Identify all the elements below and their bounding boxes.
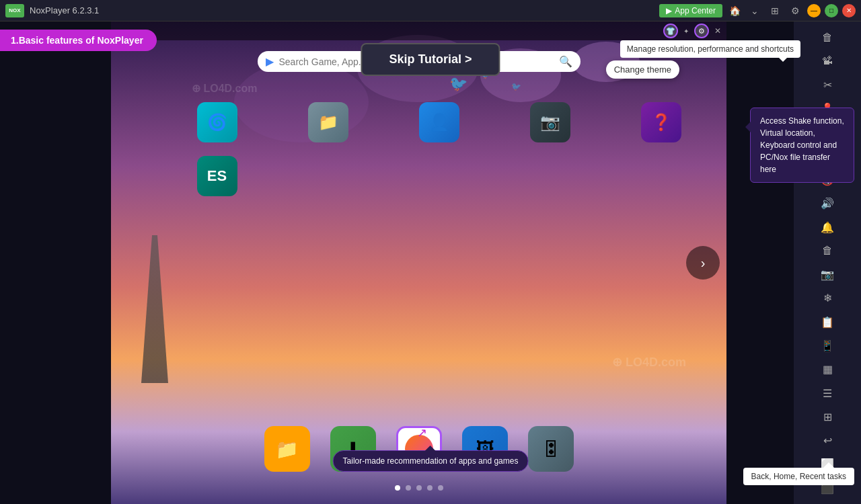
right-sidebar: 🗑 📽 ✂ 📍 📹 ⤡ 🔇 🔊 🔔 🗑 📷 ❄ 📋 📱 ▦ ☰ ⊞ ↩ ⬜ ⬛ xyxy=(794,22,861,504)
settings-btn[interactable]: ⚙ xyxy=(787,3,803,19)
multi-window-btn[interactable]: ⊞ xyxy=(767,3,783,19)
filemanager-icon: 📁 xyxy=(308,102,348,142)
dot-icon: ✦ xyxy=(683,28,689,35)
sidebar-grid-btn[interactable]: ⊞ xyxy=(815,407,839,427)
skip-tutorial-button[interactable]: Skip Tutorial > xyxy=(361,43,500,76)
close-small-icon: ✕ xyxy=(714,26,721,36)
app-center-button[interactable]: ▶ App Center xyxy=(659,4,722,17)
watermark-lo4d: ⊕ LO4D.com xyxy=(612,355,686,370)
maximize-button[interactable]: □ xyxy=(825,4,838,17)
titlebar-controls: ▶ App Center 🏠 ⌄ ⊞ ⚙ — □ ✕ xyxy=(659,3,856,19)
app-filemanager[interactable]: 📁 xyxy=(283,102,373,142)
app-cheetah[interactable]: 🌀 xyxy=(172,102,262,142)
tailor-arrow-icon: ↗ xyxy=(417,425,427,440)
dot-5[interactable] xyxy=(438,485,443,491)
chevron-down-btn[interactable]: ⌄ xyxy=(747,3,763,19)
theme-icon-btn[interactable]: 👕 xyxy=(663,24,678,38)
nox-bar-icons: 👕 ✦ ⚙ ✕ xyxy=(663,24,721,38)
tooltip-back-home: Back, Home, Recent tasks xyxy=(743,468,854,485)
app-help[interactable]: ❓ xyxy=(615,102,706,142)
camera-icon: 📷 xyxy=(530,102,570,142)
app-camera[interactable]: 📷 xyxy=(504,102,595,142)
app-title: NoxPlayer 6.2.3.1 xyxy=(30,5,99,15)
nox-account-icon: 👤 xyxy=(419,102,459,142)
titlebar: NOX NoxPlayer 6.2.3.1 ▶ App Center 🏠 ⌄ ⊞… xyxy=(0,0,861,22)
next-button[interactable]: › xyxy=(686,246,720,280)
sidebar-menu-btn[interactable]: ☰ xyxy=(815,382,839,403)
bird-icon-1: 🐦 xyxy=(449,75,467,93)
titlebar-left: NOX NoxPlayer 6.2.3.1 xyxy=(5,4,99,17)
close-button[interactable]: ✕ xyxy=(842,4,856,17)
dot-2[interactable] xyxy=(406,485,411,491)
google-play-icon: ▶ xyxy=(266,55,274,68)
emulator-container: 🐦 🐦 🐦 ⊕ LO4D.com ⊕ LO4D.com nox 👕 ✦ ⚙ ✕ xyxy=(0,22,794,504)
dock-folder[interactable]: 📁 xyxy=(264,426,310,472)
sidebar-screenshot-btn[interactable]: 📽 xyxy=(815,50,839,71)
sidebar-freeze-btn[interactable]: ❄ xyxy=(815,288,839,308)
es-explorer-icon: ES xyxy=(197,156,237,196)
cheetah-icon: 🌀 xyxy=(197,102,237,142)
settings-gear-btn[interactable]: ⚙ xyxy=(694,24,709,38)
page-dots xyxy=(395,485,443,491)
play-store-icon: ▶ xyxy=(666,6,672,15)
app-es-explorer[interactable]: ES xyxy=(172,156,262,196)
home-icon-btn[interactable]: 🏠 xyxy=(726,3,743,19)
sidebar-delete2-btn[interactable]: 🗑 xyxy=(815,241,839,261)
dot-1[interactable] xyxy=(395,485,400,491)
dot-3[interactable] xyxy=(416,485,422,491)
tooltip-manage-resolution: Manage resolution, performance and short… xyxy=(620,40,800,58)
sidebar-delete-btn[interactable]: 🗑 xyxy=(815,27,839,48)
sidebar-bell-btn[interactable]: 🔔 xyxy=(815,216,839,237)
sidebar-vol-up-btn[interactable]: 🔊 xyxy=(815,193,839,214)
sidebar-camera-btn[interactable]: 📷 xyxy=(815,264,839,285)
tooltip-access-shake: Access Shake function, Virtual location,… xyxy=(750,108,854,183)
sidebar-mobile-btn[interactable]: 📱 xyxy=(815,335,839,356)
sidebar-back-btn[interactable]: ↩ xyxy=(815,430,839,451)
nox-logo-icon: NOX xyxy=(5,4,24,17)
help-icon: ❓ xyxy=(641,102,681,142)
minimize-button[interactable]: — xyxy=(807,4,821,17)
tooltip-tailor-made: Tailor-made recommendation of apps and g… xyxy=(333,450,529,472)
tutorial-label: 1.Basic features of NoxPlayer xyxy=(0,30,157,51)
search-icon: 🔍 xyxy=(559,55,572,68)
sidebar-shake-btn[interactable]: ▦ xyxy=(815,359,839,380)
bird-icon-3: 🐦 xyxy=(511,82,521,91)
main-area: 1.Basic features of NoxPlayer Skip Tutor… xyxy=(0,22,861,504)
dot-4[interactable] xyxy=(427,485,433,491)
dock-equalizer[interactable]: 🎛 xyxy=(528,426,574,472)
nox-top-bar: nox 👕 ✦ ⚙ ✕ xyxy=(111,22,726,40)
tooltip-change-theme: Change theme xyxy=(606,60,679,79)
sidebar-apps-btn[interactable]: 📋 xyxy=(815,312,839,333)
app-nox-account[interactable]: 👤 xyxy=(394,102,484,142)
power-tower xyxy=(141,235,168,383)
app-grid: 🌀 📁 👤 📷 ❓ ES xyxy=(165,95,713,203)
sidebar-cut-btn[interactable]: ✂ xyxy=(815,75,839,95)
